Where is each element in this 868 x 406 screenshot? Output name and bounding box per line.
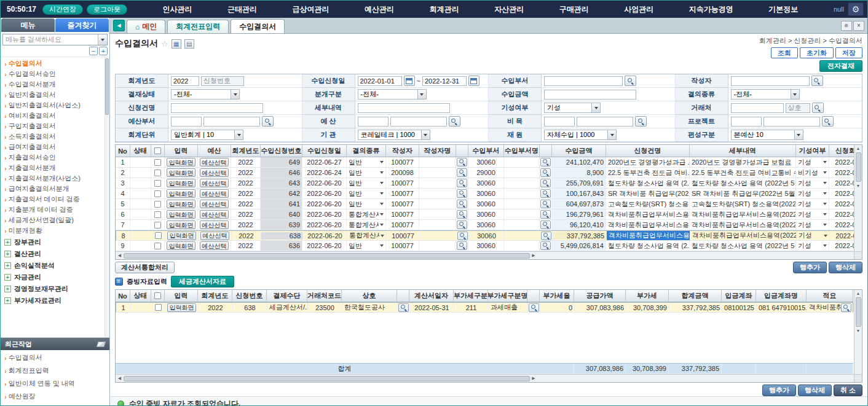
sidebar-item[interactable]: ›급여지출결의서: [4, 142, 105, 152]
select-all-checkbox[interactable]: [154, 147, 161, 154]
sidebar-group[interactable]: +결산관리: [4, 248, 105, 259]
column-header-req_no[interactable]: 수입신청번호: [261, 145, 302, 157]
search-button[interactable]: [457, 158, 467, 166]
search-button[interactable]: [457, 168, 467, 177]
scroll-up-icon[interactable]: ▲: [856, 145, 861, 152]
column-header-vendor_code[interactable]: 거래처코드: [307, 290, 342, 302]
capture-icon[interactable]: ▤: [184, 39, 194, 49]
filter-input[interactable]: [786, 103, 810, 113]
filter-input[interactable]: [171, 76, 199, 86]
column-header-title[interactable]: 신청건명: [606, 145, 690, 157]
column-header-s2[interactable]: [540, 145, 552, 157]
filter-input[interactable]: [358, 76, 402, 86]
scroll-down-icon[interactable]: ▼: [856, 327, 861, 334]
cell-kind[interactable]: 통합계산서: [347, 209, 386, 219]
extend-time-button[interactable]: 시간연장: [42, 4, 83, 15]
cell-gisung[interactable]: 비기성: [796, 168, 829, 178]
add-row-button[interactable]: 행추가: [793, 262, 827, 273]
electronic-approval-button[interactable]: 전자결재: [819, 60, 862, 72]
column-header-s2[interactable]: [527, 290, 540, 302]
column-header-budget_btn[interactable]: 예산: [198, 145, 231, 157]
recent-item[interactable]: ›예산원장: [4, 390, 105, 403]
cell-kind[interactable]: 일반: [347, 157, 386, 167]
cell-gisung[interactable]: 기성: [796, 199, 829, 209]
sidebar-scrollbar[interactable]: [105, 57, 109, 337]
column-header-vat_rate[interactable]: 부가세율: [540, 290, 574, 302]
sidebar-item[interactable]: ›지출결의서분개: [4, 163, 105, 173]
search-button[interactable]: [457, 232, 468, 240]
grid-input_btn[interactable]: 입력화면: [167, 189, 195, 198]
collapse-all-button[interactable]: −: [89, 47, 98, 55]
grid-input_btn[interactable]: 입력화면: [167, 303, 196, 312]
column-header-kind[interactable]: 결의종류: [347, 145, 386, 157]
column-header-memo[interactable]: 적요: [807, 290, 853, 302]
table-row[interactable]: 7입력화면예산선택20226392022-06-20통합계산서100077300…: [116, 220, 854, 230]
grid-input_btn[interactable]: 입력화면: [167, 232, 196, 240]
cell-gisung[interactable]: 기성: [796, 241, 829, 251]
column-header-vat_code[interactable]: 부가세구분: [454, 290, 488, 302]
search-button[interactable]: [457, 189, 467, 198]
search-button[interactable]: [811, 76, 823, 86]
search-button[interactable]: [812, 103, 824, 113]
filter-input[interactable]: [390, 117, 447, 127]
column-header-s1[interactable]: [456, 145, 468, 157]
column-header-vat_name[interactable]: 부가세구분명: [488, 290, 527, 302]
row-checkbox[interactable]: [154, 201, 161, 208]
search-button[interactable]: [540, 221, 551, 229]
cell-gisung[interactable]: 기성: [797, 231, 830, 240]
grid-budget_btn[interactable]: 예산선택: [200, 189, 229, 198]
grid-budget_btn[interactable]: 예산선택: [200, 168, 229, 177]
sidebar-item[interactable]: ›지출결의서승인: [4, 152, 105, 163]
filter-input[interactable]: [544, 117, 575, 127]
invoice-merge-button[interactable]: 계산서통합처리: [115, 262, 175, 273]
vertical-scrollbar[interactable]: ▲▼: [854, 290, 862, 374]
row-checkbox[interactable]: [154, 243, 161, 249]
grid-input_btn[interactable]: 입력화면: [167, 179, 195, 187]
filter-select[interactable]: 코레일테크 | 1000: [358, 130, 430, 140]
filter-select[interactable]: -전체-: [171, 89, 240, 100]
column-header-vat[interactable]: 부가세: [626, 290, 669, 302]
calendar-button[interactable]: [404, 76, 415, 86]
filter-select[interactable]: 기성: [544, 103, 601, 113]
grid-budget_btn[interactable]: 예산선택: [200, 241, 229, 250]
sidebar-item[interactable]: ›소득지출결의서: [4, 131, 105, 142]
logout-button[interactable]: 로그아웃: [87, 4, 127, 15]
topbar-menu-item[interactable]: 회계관리: [426, 4, 463, 15]
sidebar-item[interactable]: ›여비지출결의서: [4, 111, 105, 121]
filter-select[interactable]: 자체수입 | 1000: [544, 130, 617, 140]
search-button[interactable]: [457, 241, 467, 250]
row-checkbox[interactable]: [155, 232, 162, 239]
tab[interactable]: 회계전표입력: [167, 20, 229, 33]
cell-gisung[interactable]: 기성: [796, 220, 829, 230]
grid-input_btn[interactable]: 입력화면: [167, 221, 195, 229]
search-button[interactable]: [540, 158, 551, 166]
column-header-req_no[interactable]: 신청번호: [232, 290, 267, 302]
table-row[interactable]: 2입력화면예산선택20226462022-06-24일반200098290008…: [116, 168, 854, 178]
grid-input_btn[interactable]: 입력화면: [167, 200, 195, 208]
filter-input[interactable]: [763, 117, 820, 127]
scroll-up-icon[interactable]: ▲: [856, 290, 861, 297]
filter-select[interactable]: 일반회계 | 10: [171, 130, 243, 140]
recent-item[interactable]: ›일반이체 연동 및 내역: [4, 377, 105, 390]
sidebar-tab-menu[interactable]: 메뉴: [1, 18, 55, 32]
grid-input_btn[interactable]: 입력화면: [167, 168, 195, 177]
cancel-button[interactable]: 취 소: [834, 385, 862, 396]
filter-input[interactable]: [544, 76, 623, 86]
filter-select[interactable]: -전체-: [358, 89, 427, 100]
search-button[interactable]: [540, 179, 551, 187]
column-header-writer[interactable]: 작성자: [386, 145, 419, 157]
cell-kind[interactable]: 일반: [347, 241, 386, 251]
search-button[interactable]: [540, 189, 551, 198]
row-checkbox[interactable]: [154, 211, 161, 218]
table-row[interactable]: 8입력화면예산선택20226382022-06-20통합계산서100077300…: [116, 230, 854, 241]
column-header-input_btn[interactable]: 입력: [165, 145, 198, 157]
column-header-gisung[interactable]: 기성여부: [796, 145, 829, 157]
column-header-vendor[interactable]: 상호: [342, 290, 397, 302]
grid-budget_btn[interactable]: 예산선택: [200, 200, 229, 208]
grid-budget_btn[interactable]: 예산선택: [200, 232, 229, 240]
delete-row-button-2[interactable]: 행삭제: [798, 385, 832, 396]
column-header-req_date[interactable]: 수입신청일: [302, 145, 347, 157]
scrollbar-thumb[interactable]: [124, 376, 530, 381]
search-button[interactable]: [540, 200, 551, 208]
settings-button[interactable]: ⚙: [848, 2, 864, 16]
